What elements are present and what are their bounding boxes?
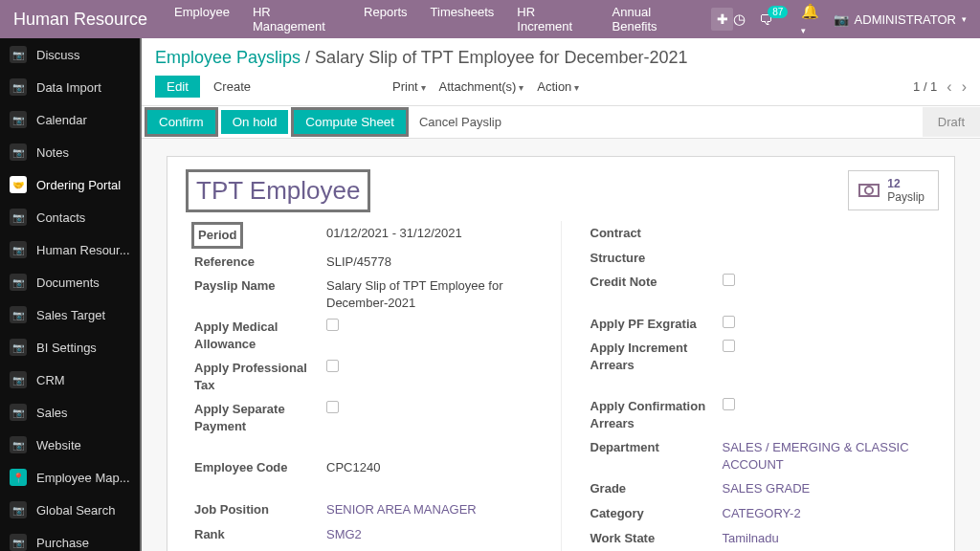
apply-medical-checkbox[interactable]	[326, 319, 339, 331]
onhold-button[interactable]: On hold	[221, 110, 289, 134]
print-dropdown[interactable]: Print	[392, 79, 426, 94]
breadcrumb-leaf: Salary Slip of TPT Employee for December…	[315, 48, 688, 67]
bell-icon[interactable]: 🔔	[801, 3, 819, 36]
menu-employee[interactable]: Employee	[168, 1, 235, 37]
sidebar-icon: 📷	[10, 436, 27, 453]
sidebar-item-calendar[interactable]: 📷Calendar	[0, 103, 140, 136]
period-label: Period	[194, 225, 240, 246]
pager-prev[interactable]: ‹	[947, 78, 951, 96]
sidebar-item-data-import[interactable]: 📷Data Import	[0, 71, 140, 103]
add-menu-button[interactable]: ✚	[711, 8, 733, 31]
dept-value[interactable]: SALES / EMERGING & CLASSIC ACCOUNT	[723, 439, 928, 473]
sidebar-item-sales[interactable]: 📷Sales	[0, 396, 140, 429]
sidebar-item-employee-map[interactable]: 📍Employee Map...	[0, 461, 140, 494]
emp-code-value: CPC1240	[326, 459, 380, 476]
sidebar-icon: 📷	[10, 306, 27, 323]
camera-icon: 📷	[834, 12, 849, 27]
sidebar-item-crm[interactable]: 📷CRM	[0, 364, 140, 396]
cat-value[interactable]: CATEGORY-2	[723, 505, 801, 522]
edit-button[interactable]: Edit	[155, 76, 200, 98]
apply-medical-label: Apply Medical Allowance	[194, 319, 326, 352]
menu-hr-increment[interactable]: HR Increment	[511, 1, 594, 37]
menu-annual-benefits[interactable]: Annual Benefits	[607, 1, 700, 37]
user-label: ADMINISTRATOR	[855, 12, 956, 27]
confirm-button[interactable]: Confirm	[147, 110, 215, 134]
job-value[interactable]: SENIOR AREA MANAGER	[326, 501, 477, 518]
sidebar-item-human-resour[interactable]: 📷Human Resour...	[0, 233, 140, 266]
form-sheet: 12 Payslip TPT Employee Period01/12/2021…	[167, 156, 955, 551]
conf-checkbox[interactable]	[723, 398, 735, 410]
sidebar-icon: 📷	[10, 46, 27, 63]
payslip-count: 12	[887, 177, 924, 190]
period-value: 01/12/2021 - 31/12/2021	[326, 225, 462, 242]
attachments-dropdown[interactable]: Attachment(s)	[439, 79, 524, 94]
sidebar-item-contacts[interactable]: 📷Contacts	[0, 201, 140, 233]
sidebar-item-label: Data Import	[36, 80, 101, 95]
top-menus: Employee HR Management Reports Timesheet…	[168, 1, 700, 37]
apply-proftax-label: Apply Professional Tax	[194, 360, 326, 393]
sidebar-item-label: Calendar	[36, 113, 87, 127]
reference-label: Reference	[194, 253, 326, 271]
status-bar: Confirm On hold Compute Sheet Cancel Pay…	[142, 105, 980, 139]
top-bar: Human Resource Employee HR Management Re…	[0, 0, 980, 38]
sidebar-item-ordering-portal[interactable]: 🤝Ordering Portal	[0, 168, 140, 201]
sidebar-item-label: Global Search	[36, 503, 115, 518]
credit-checkbox[interactable]	[723, 274, 735, 286]
sidebar-icon: 📷	[10, 534, 27, 551]
sidebar-icon: 📷	[10, 501, 27, 518]
compute-sheet-button[interactable]: Compute Sheet	[294, 110, 406, 134]
sidebar-item-website[interactable]: 📷Website	[0, 429, 140, 461]
sidebar-item-label: Sales Target	[36, 308, 105, 322]
apply-seppay-checkbox[interactable]	[326, 401, 339, 413]
menu-reports[interactable]: Reports	[358, 1, 413, 37]
cancel-payslip-button[interactable]: Cancel Payslip	[406, 110, 515, 134]
apply-seppay-label: Apply Separate Payment	[194, 401, 326, 434]
create-button[interactable]: Create	[213, 79, 251, 94]
incr-checkbox[interactable]	[723, 340, 735, 352]
dept-label: Department	[590, 439, 723, 456]
messages-icon[interactable]: 🗨87	[759, 11, 788, 28]
sidebar-icon: 📷	[10, 404, 27, 421]
apply-proftax-checkbox[interactable]	[326, 360, 339, 372]
payslip-count-box[interactable]: 12 Payslip	[848, 170, 939, 210]
breadcrumb-root[interactable]: Employee Payslips	[155, 48, 301, 67]
contract-label: Contract	[590, 225, 723, 242]
sidebar-icon: 📷	[10, 241, 27, 258]
menu-timesheets[interactable]: Timesheets	[425, 1, 501, 37]
sidebar-item-sales-target[interactable]: 📷Sales Target	[0, 298, 140, 331]
state-label: Work State	[590, 530, 723, 547]
job-label: Job Position	[194, 501, 326, 518]
pager-next[interactable]: ›	[962, 78, 967, 96]
payslip-name-value: Salary Slip of TPT Employee for December…	[326, 277, 532, 311]
clock-icon[interactable]: ◷	[733, 11, 746, 28]
sidebar-item-label: Ordering Portal	[36, 178, 121, 192]
control-row: Edit Create Print Attachment(s) Action 1…	[142, 68, 980, 105]
sidebar-icon: 📍	[10, 469, 27, 486]
sidebar-item-global-search[interactable]: 📷Global Search	[0, 494, 140, 526]
credit-label: Credit Note	[590, 274, 723, 291]
sidebar-item-purchase[interactable]: 📷Purchase	[0, 526, 140, 551]
sidebar-icon: 📷	[10, 274, 27, 291]
emp-code-label: Employee Code	[194, 459, 326, 476]
sidebar-item-label: Employee Map...	[36, 471, 130, 485]
sidebar-icon: 📷	[10, 371, 27, 388]
rank-value[interactable]: SMG2	[326, 526, 362, 543]
brand-title: Human Resource	[0, 10, 168, 30]
sidebar-item-discuss[interactable]: 📷Discuss	[0, 38, 140, 71]
sidebar-item-documents[interactable]: 📷Documents	[0, 266, 140, 298]
pfex-label: Apply PF Exgratia	[590, 316, 723, 333]
sidebar-item-label: Discuss	[36, 48, 80, 62]
conf-label: Apply Confirmation Arrears	[590, 398, 723, 431]
pfex-checkbox[interactable]	[723, 316, 735, 328]
state-value[interactable]: Tamilnadu	[723, 530, 779, 547]
sidebar-item-label: Notes	[36, 145, 69, 160]
grade-value[interactable]: SALES GRADE	[723, 480, 811, 497]
main-area: Employee Payslips / Salary Slip of TPT E…	[142, 38, 980, 551]
action-dropdown[interactable]: Action	[537, 79, 579, 94]
user-menu[interactable]: 📷 ADMINISTRATOR ▾	[834, 12, 967, 27]
breadcrumb: Employee Payslips / Salary Slip of TPT E…	[142, 38, 980, 68]
menu-hr-management[interactable]: HR Management	[247, 1, 346, 37]
sidebar-item-bi-settings[interactable]: 📷BI Settings	[0, 331, 140, 364]
sidebar-item-label: Human Resour...	[36, 243, 130, 257]
sidebar-item-notes[interactable]: 📷Notes	[0, 136, 140, 168]
